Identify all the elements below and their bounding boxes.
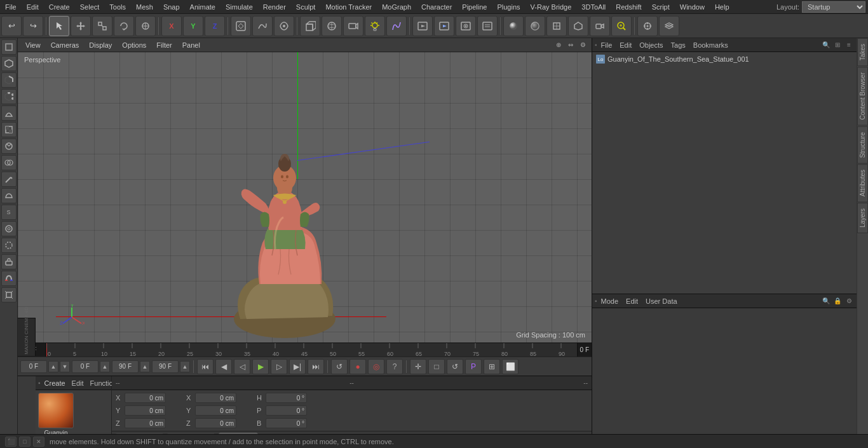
rotate-mode-button[interactable] xyxy=(1,139,17,154)
material-item[interactable]: Guanyin xyxy=(38,393,74,434)
attr-settings[interactable]: ⚙ xyxy=(844,296,854,306)
preview-start-up[interactable]: ▲ xyxy=(100,361,110,372)
menu-window[interactable]: Window xyxy=(675,2,710,12)
go-to-start-button[interactable]: ⏮ xyxy=(197,359,214,374)
menu-script[interactable]: Script xyxy=(647,2,675,12)
coord-h-rot[interactable] xyxy=(266,393,307,403)
menu-vray[interactable]: V-Ray Bridge xyxy=(526,2,577,12)
obj-mgr-filter[interactable]: ⊞ xyxy=(832,40,843,50)
viewport-canvas[interactable]: Perspective Grid Spacing : 100 cm Y X Z xyxy=(18,52,592,343)
render-viewport-button[interactable] xyxy=(434,16,454,36)
obj-mgr-tags-tab[interactable]: Tags xyxy=(671,41,686,49)
loop-button[interactable]: ↺ xyxy=(331,359,348,374)
coord-b-rot[interactable] xyxy=(266,418,307,428)
x-axis-button[interactable]: X xyxy=(161,16,182,36)
start-frame-dn[interactable]: ▼ xyxy=(60,361,70,372)
play-button[interactable]: ▶ xyxy=(252,359,269,374)
menu-pipeline[interactable]: Pipeline xyxy=(457,2,492,12)
menu-tools[interactable]: Tools xyxy=(104,2,131,12)
layers-button[interactable] xyxy=(659,16,679,36)
record-button[interactable]: ● xyxy=(349,359,366,374)
coord-x-pos[interactable] xyxy=(125,393,166,403)
magnet-button[interactable] xyxy=(1,271,17,286)
layout-dropdown[interactable]: Startup xyxy=(802,1,865,13)
menu-snap[interactable]: Snap xyxy=(158,2,185,12)
vp-icon-move[interactable]: ⇔ xyxy=(566,40,576,50)
preview-end-up[interactable]: ▲ xyxy=(140,361,150,372)
menu-mesh[interactable]: Mesh xyxy=(131,2,158,12)
vp-icon-expand[interactable]: ⊕ xyxy=(553,40,564,50)
move-tool-button[interactable] xyxy=(71,16,91,36)
mat-create-tab[interactable]: Create xyxy=(44,379,65,387)
enhance-button[interactable] xyxy=(611,16,632,36)
shading-quick-button[interactable] xyxy=(525,16,545,36)
step-forward-button[interactable]: ▷ xyxy=(271,359,287,374)
menu-character[interactable]: Character xyxy=(416,2,457,12)
redo-button[interactable]: ↪ xyxy=(23,16,43,36)
menu-plugins[interactable]: Plugins xyxy=(492,2,525,12)
statue-3d-object[interactable] xyxy=(215,103,355,343)
menu-redshift[interactable]: Redshift xyxy=(611,2,646,12)
render-picture-viewer-button[interactable] xyxy=(412,16,433,36)
camera-button[interactable] xyxy=(343,16,363,36)
cursor-tool-button[interactable] xyxy=(49,16,69,36)
render-queue-button[interactable] xyxy=(477,16,498,36)
end-frame-input[interactable] xyxy=(152,360,179,373)
vp-icon-settings[interactable]: ⚙ xyxy=(578,40,588,50)
coord-z-scale[interactable] xyxy=(195,418,236,428)
obj-mgr-bookmarks-tab[interactable]: Bookmarks xyxy=(693,41,728,49)
status-icon-3[interactable]: ✕ xyxy=(33,437,44,447)
camera-viewport-button[interactable] xyxy=(590,16,610,36)
vp-menu-panel[interactable]: Panel xyxy=(179,40,204,50)
cube-button[interactable] xyxy=(300,16,320,36)
smooth-shift-button[interactable] xyxy=(1,188,17,203)
attr-mode-tab[interactable]: Mode xyxy=(601,297,619,305)
coord-z-pos[interactable] xyxy=(125,418,166,428)
scale-tool-button[interactable] xyxy=(92,16,112,36)
z-axis-button[interactable]: Z xyxy=(205,16,225,36)
shading-gouraud-button[interactable] xyxy=(503,16,524,36)
vp-menu-cameras[interactable]: Cameras xyxy=(47,40,83,50)
menu-animate[interactable]: Animate xyxy=(185,2,220,12)
mode-polygon-button[interactable] xyxy=(1,56,17,71)
menu-3dtoall[interactable]: 3DToAll xyxy=(576,2,611,12)
menu-help[interactable]: Help xyxy=(710,2,735,12)
bezier-button[interactable] xyxy=(386,16,407,36)
menu-create[interactable]: Create xyxy=(44,2,75,12)
shading-box-button[interactable] xyxy=(546,16,567,36)
rotate-tool-button[interactable] xyxy=(114,16,134,36)
tab-attributes-side[interactable]: Attributes xyxy=(857,164,868,202)
prev-frame-button[interactable]: ◀ xyxy=(215,359,232,374)
preview-end-input[interactable] xyxy=(112,360,139,373)
menu-sculpt[interactable]: Sculpt xyxy=(291,2,321,12)
mode-point-button[interactable] xyxy=(1,89,17,104)
vp-menu-options[interactable]: Options xyxy=(118,40,150,50)
coord-y-pos[interactable] xyxy=(125,405,166,416)
nurbs-button[interactable] xyxy=(274,16,294,36)
obj-mgr-edit-tab[interactable]: Edit xyxy=(620,41,632,49)
tab-layers[interactable]: Layers xyxy=(857,203,868,233)
extra-tool-2[interactable]: □ xyxy=(428,359,445,374)
loop-sel-button[interactable] xyxy=(1,221,17,236)
vp-menu-filter[interactable]: Filter xyxy=(153,40,175,50)
extra-tool-grid[interactable]: ⊞ xyxy=(484,359,500,374)
extra-tool-5[interactable]: ⬜ xyxy=(502,359,519,374)
y-axis-button[interactable]: Y xyxy=(183,16,203,36)
material-swatch[interactable] xyxy=(38,393,74,428)
tab-takes[interactable]: Takes xyxy=(857,38,868,66)
obj-mgr-settings[interactable]: ≡ xyxy=(844,40,854,50)
obj-mgr-file-tab[interactable]: File xyxy=(601,41,613,49)
start-frame-input[interactable] xyxy=(20,360,47,373)
obj-mgr-objects-tab[interactable]: Objects xyxy=(639,41,663,49)
render-settings-button[interactable] xyxy=(456,16,476,36)
active-obj-button[interactable] xyxy=(568,16,588,36)
attr-edit-tab[interactable]: Edit xyxy=(626,297,638,305)
step-back-button[interactable]: ◁ xyxy=(234,359,250,374)
extra-tool-p[interactable]: P xyxy=(465,359,482,374)
preview-start-input[interactable] xyxy=(72,360,98,373)
tab-content-browser[interactable]: Content Browser xyxy=(857,67,868,125)
sphere-button[interactable] xyxy=(322,16,342,36)
menu-motion-tracker[interactable]: Motion Tracker xyxy=(320,2,377,12)
attr-userdata-tab[interactable]: User Data xyxy=(646,297,677,305)
menu-file[interactable]: File xyxy=(0,2,22,12)
